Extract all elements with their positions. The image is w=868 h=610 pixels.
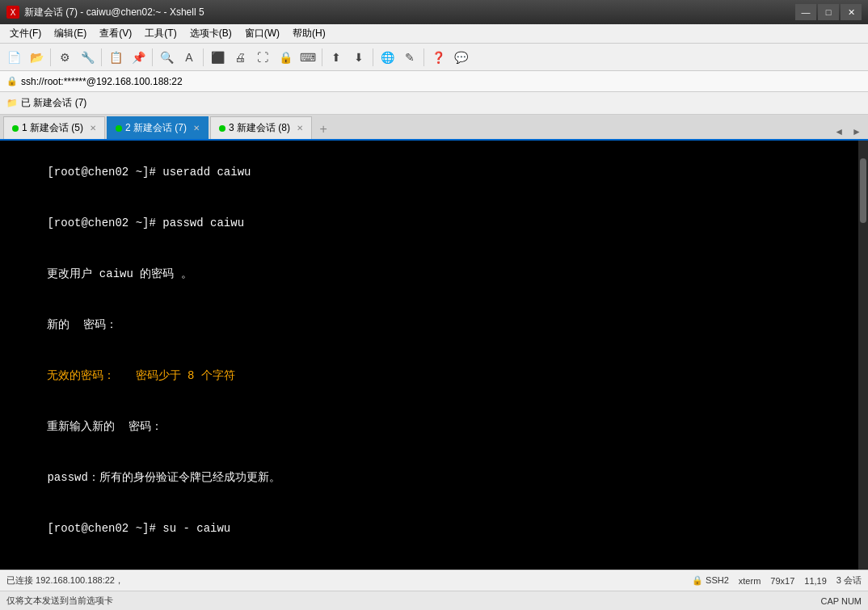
toolbar-btn-2[interactable]: 🔧 xyxy=(77,47,98,68)
term-line-3: 更改用户 caiwu 的密码 。 xyxy=(6,249,852,300)
bottom-left: 仅将文本发送到当前选项卡 xyxy=(6,595,113,607)
term-line-4: 新的 密码： xyxy=(6,300,852,351)
copy-button[interactable]: 📋 xyxy=(105,47,126,68)
folder-icon: 📁 xyxy=(6,98,18,108)
globe-button[interactable]: 🌐 xyxy=(377,47,398,68)
term-line-9: [caiwu@chen02 ~]$ ls -a xyxy=(6,554,852,570)
tab-label-3: 3 新建会话 (8) xyxy=(229,121,290,135)
tab-nav-right[interactable]: ► xyxy=(849,124,865,139)
toolbar-sep-6 xyxy=(373,48,373,66)
status-right: 🔒 SSH2 xterm 79x17 11,19 3 会话 xyxy=(692,574,862,587)
tab-nav-left[interactable]: ◄ xyxy=(831,124,847,139)
transfer-button[interactable]: ⬆ xyxy=(326,47,347,68)
cmd-3: su - caiwu xyxy=(162,522,230,535)
menu-file[interactable]: 文件(F) xyxy=(3,25,48,42)
settings-button[interactable]: ⚙ xyxy=(54,47,75,68)
tab-dot-3 xyxy=(219,125,225,132)
address-text: ssh://root:******@192.168.100.188:22 xyxy=(21,76,183,87)
paste-button[interactable]: 📌 xyxy=(128,47,149,68)
scrollbar-thumb[interactable] xyxy=(860,158,866,223)
line-6: 重新输入新的 密码： xyxy=(47,420,162,433)
tab-bar: 1 新建会话 (5) ✕ 2 新建会话 (7) ✕ 3 新建会话 (8) ✕ +… xyxy=(0,115,868,141)
titlebar: X 新建会话 (7) - caiwu@chen02:~ - Xshell 5 —… xyxy=(0,0,868,24)
open-button[interactable]: 📂 xyxy=(26,47,47,68)
tab-1[interactable]: 1 新建会话 (5) ✕ xyxy=(3,116,105,139)
tab-dot-2 xyxy=(116,125,122,132)
new-session-button[interactable]: 📄 xyxy=(3,47,24,68)
term-line-6: 重新输入新的 密码： xyxy=(6,402,852,452)
tab-dot-1 xyxy=(12,125,19,132)
font-button[interactable]: A xyxy=(179,47,200,68)
vertical-scrollbar[interactable] xyxy=(858,141,868,570)
keyboard-button[interactable]: ⌨ xyxy=(297,47,318,68)
terminal[interactable]: [root@chen02 ~]# useradd caiwu [root@che… xyxy=(0,141,858,570)
toolbar: 📄 📂 ⚙ 🔧 📋 📌 🔍 A ⬛ 🖨 ⛶ 🔒 ⌨ ⬆ ⬇ 🌐 ✎ ❓ 💬 xyxy=(0,44,868,71)
cmd-1: useradd caiwu xyxy=(162,166,251,179)
tab-label-1: 1 新建会话 (5) xyxy=(22,121,83,135)
maximize-button[interactable]: □ xyxy=(818,4,839,20)
lock-icon: 🔒 xyxy=(6,76,18,86)
toolbar-btn-3[interactable]: ⬛ xyxy=(207,47,228,68)
toolbar-sep-7 xyxy=(423,48,424,66)
toolbar-sep-1 xyxy=(50,48,51,66)
menu-window[interactable]: 窗口(W) xyxy=(238,25,286,42)
statusbar: 已连接 192.168.100.188:22， 🔒 SSH2 xterm 79x… xyxy=(0,570,868,591)
menu-tab[interactable]: 选项卡(B) xyxy=(183,25,238,42)
toolbar-btn-4[interactable]: 🖨 xyxy=(230,47,251,68)
close-button[interactable]: ✕ xyxy=(841,4,862,20)
menu-help[interactable]: 帮助(H) xyxy=(286,25,332,42)
download-button[interactable]: ⬇ xyxy=(348,47,369,68)
session-bar: 📁 已 新建会话 (7) xyxy=(0,92,868,115)
term-line-8: [root@chen02 ~]# su - caiwu xyxy=(6,503,852,554)
term-line-1: [root@chen02 ~]# useradd caiwu xyxy=(6,147,852,198)
prompt-1: [root@chen02 ~]# xyxy=(47,166,162,179)
menu-view[interactable]: 查看(V) xyxy=(93,25,138,42)
session-label: 已 新建会话 (7) xyxy=(21,96,86,110)
toolbar-sep-3 xyxy=(152,48,153,66)
add-tab-button[interactable]: + xyxy=(314,120,333,139)
window-controls: — □ ✕ xyxy=(795,4,862,20)
tab-nav: ◄ ► xyxy=(831,124,865,139)
toolbar-sep-5 xyxy=(322,48,322,66)
line-5: 无效的密码： 密码少于 8 个字符 xyxy=(47,369,234,382)
menubar: 文件(F) 编辑(E) 查看(V) 工具(T) 选项卡(B) 窗口(W) 帮助(… xyxy=(0,24,868,44)
menu-tools[interactable]: 工具(T) xyxy=(138,25,183,42)
tab-close-1[interactable]: ✕ xyxy=(90,124,96,133)
search-button[interactable]: 🔍 xyxy=(156,47,177,68)
status-sessions: 3 会话 xyxy=(836,574,862,587)
prompt-3: [root@chen02 ~]# xyxy=(47,522,162,535)
lock-button[interactable]: 🔒 xyxy=(275,47,296,68)
status-ssh: 🔒 SSH2 xyxy=(692,575,729,586)
bottombar: 仅将文本发送到当前选项卡 CAP NUM xyxy=(0,591,868,610)
status-pos: 11,19 xyxy=(804,576,827,586)
tab-2[interactable]: 2 新建会话 (7) ✕ xyxy=(107,116,209,139)
term-line-5: 无效的密码： 密码少于 8 个字符 xyxy=(6,351,852,402)
bottom-right: CAP NUM xyxy=(820,596,862,606)
app-icon: X xyxy=(6,6,19,19)
terminal-container: [root@chen02 ~]# useradd caiwu [root@che… xyxy=(0,141,868,570)
addressbar: 🔒 ssh://root:******@192.168.100.188:22 xyxy=(0,71,868,92)
cmd-2: passwd caiwu xyxy=(162,217,244,229)
tab-close-3[interactable]: ✕ xyxy=(297,124,303,133)
toolbar-sep-2 xyxy=(101,48,102,66)
term-line-2: [root@chen02 ~]# passwd caiwu xyxy=(6,198,852,249)
tab-3[interactable]: 3 新建会话 (8) ✕ xyxy=(210,116,312,139)
term-line-7: passwd：所有的身份验证令牌已经成功更新。 xyxy=(6,452,852,503)
help-button[interactable]: ❓ xyxy=(428,47,449,68)
tab-close-2[interactable]: ✕ xyxy=(193,124,200,133)
chat-button[interactable]: 💬 xyxy=(450,47,471,68)
toolbar-sep-4 xyxy=(203,48,204,66)
window-title: 新建会话 (7) - caiwu@chen02:~ - Xshell 5 xyxy=(24,6,795,19)
line-4: 新的 密码： xyxy=(47,318,117,331)
status-xterm: xterm xyxy=(739,576,761,586)
fullscreen-button[interactable]: ⛶ xyxy=(252,47,273,68)
toolbar-btn-5[interactable]: ✎ xyxy=(399,47,420,68)
minimize-button[interactable]: — xyxy=(795,4,816,20)
line-7: passwd：所有的身份验证令牌已经成功更新。 xyxy=(47,471,280,484)
menu-edit[interactable]: 编辑(E) xyxy=(48,25,93,42)
line-3: 更改用户 caiwu 的密码 。 xyxy=(47,267,192,280)
status-connection: 已连接 192.168.100.188:22， xyxy=(6,574,679,587)
tab-label-2: 2 新建会话 (7) xyxy=(125,121,187,135)
prompt-2: [root@chen02 ~]# xyxy=(47,217,162,229)
status-size: 79x17 xyxy=(770,576,794,586)
